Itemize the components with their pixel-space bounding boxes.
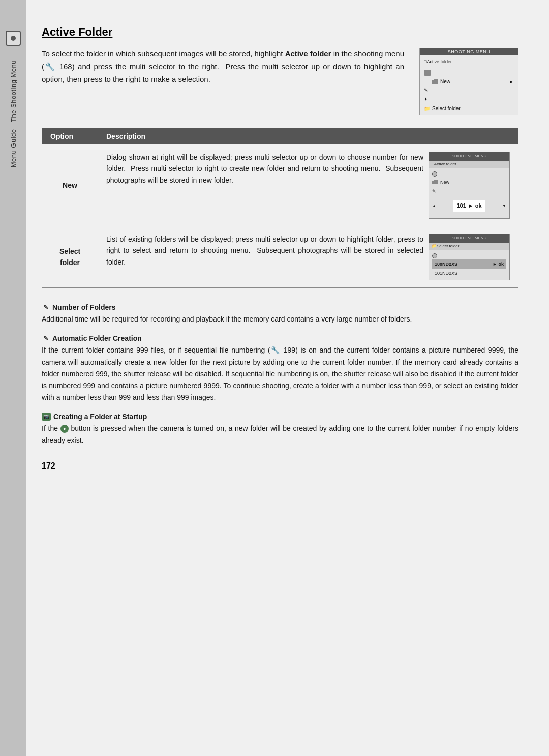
new-screen-ok-arrow: ► ok bbox=[468, 201, 482, 211]
select-row-content: List of existing folders will be display… bbox=[106, 234, 510, 280]
select-screen-folder1-arrow: ► ok bbox=[493, 260, 504, 268]
select-screen-folder2-name: 101ND2XS bbox=[435, 271, 458, 276]
new-description-text: Dialog shown at right will be displayed;… bbox=[106, 152, 423, 186]
table-desc-new: Dialog shown at right will be displayed;… bbox=[98, 144, 518, 226]
note-text-number-of-folders: Additional time will be required for rec… bbox=[42, 313, 518, 325]
sidebar-label: Menu Guide—The Shooting Menu bbox=[10, 60, 17, 167]
new-screen-cam-icon bbox=[432, 171, 437, 177]
note-text-creating-folder-startup: If the ● button is pressed when the came… bbox=[42, 423, 518, 446]
select-inline-screen: SHOOTING MENU 📁Select folder 100ND2XS ► … bbox=[429, 234, 510, 280]
table-option-new: New bbox=[42, 144, 98, 226]
new-screen-folder-icon bbox=[432, 180, 438, 184]
new-screen-arrow-up: ▲ bbox=[432, 203, 436, 210]
intro-section: To select the folder in which subsequent… bbox=[42, 48, 518, 115]
main-screen-header: SHOOTING MENU bbox=[420, 48, 518, 55]
note-text-automatic-folder-creation: If the current folder contains 999 files… bbox=[42, 344, 518, 403]
sidebar-icon-dot bbox=[11, 36, 16, 41]
main-screen-body: □Active folder New ► ✎ ✦ 📁 bbox=[420, 55, 518, 115]
select-screen-body: 100ND2XS ► ok 101ND2XS bbox=[429, 250, 509, 280]
new-screen-number: 101 bbox=[456, 201, 466, 211]
note-creating-folder-startup: 📷 Creating a Folder at Startup If the ● … bbox=[42, 413, 518, 446]
screen-row-active-folder: □Active folder bbox=[424, 57, 514, 66]
new-screen-body: New ✎ ▲ 101 bbox=[429, 168, 509, 218]
new-screen-up-arrow: ▲ bbox=[432, 203, 436, 210]
select-screen-folder1-row: 100ND2XS ► ok bbox=[432, 259, 506, 269]
new-screen-folder-label: New bbox=[440, 179, 449, 186]
screen-row-pencil: ✎ bbox=[424, 86, 514, 95]
options-table: Option Description New Dialog shown at r… bbox=[42, 128, 518, 288]
new-screen-arrow-dn: ▼ bbox=[502, 203, 506, 210]
main-content: Active Folder To select the folder in wh… bbox=[26, 0, 549, 756]
screen-row-camera bbox=[424, 68, 514, 77]
green-button-icon: ● bbox=[60, 425, 69, 433]
page-number: 172 bbox=[42, 461, 518, 471]
select-screen-folder2-row: 101ND2XS bbox=[432, 269, 506, 278]
screen-pencil-icon: ✎ bbox=[424, 88, 430, 94]
table-row-new: New Dialog shown at right will be displa… bbox=[42, 144, 518, 226]
intro-text: To select the folder in which subsequent… bbox=[42, 48, 404, 115]
table-row-select-folder: Selectfolder List of existing folders wi… bbox=[42, 226, 518, 287]
screen-custom-icon: ✦ bbox=[424, 97, 430, 103]
new-screen-row-pencil: ✎ bbox=[432, 187, 506, 196]
new-row-content: Dialog shown at right will be displayed;… bbox=[106, 152, 510, 219]
screen-new-arrow: ► bbox=[509, 79, 514, 84]
table-option-select-folder: Selectfolder bbox=[42, 226, 98, 287]
notes-section: ✎ Number of Folders Additional time will… bbox=[42, 303, 518, 446]
screen-select-folder-label: Select folder bbox=[432, 106, 461, 111]
pencil-icon-1: ✎ bbox=[42, 303, 50, 311]
new-screen-pencil: ✎ bbox=[432, 188, 436, 195]
note-title-automatic-folder-creation: ✎ Automatic Folder Creation bbox=[42, 334, 518, 342]
screen-new-label: New bbox=[440, 79, 450, 84]
select-screen-sub1: 📁Select folder bbox=[429, 243, 509, 250]
table-header-description: Description bbox=[98, 128, 518, 145]
main-screenshot: SHOOTING MENU □Active folder New ► ✎ bbox=[419, 48, 518, 115]
note-number-of-folders: ✎ Number of Folders Additional time will… bbox=[42, 303, 518, 325]
new-screen-sub1: □Active folder bbox=[429, 161, 509, 168]
note-title-label-3: Creating a Folder at Startup bbox=[53, 413, 147, 421]
screen-select-icon: 📁 bbox=[424, 106, 430, 111]
screen-row-new: New ► bbox=[424, 77, 514, 86]
note-automatic-folder-creation: ✎ Automatic Folder Creation If the curre… bbox=[42, 334, 518, 403]
select-description-text: List of existing folders will be display… bbox=[106, 234, 423, 268]
note-title-number-of-folders: ✎ Number of Folders bbox=[42, 303, 518, 311]
screen-row-select-folder: 📁 Select folder bbox=[424, 104, 514, 113]
page-title: Active Folder bbox=[42, 25, 518, 39]
screen-divider-1 bbox=[424, 67, 514, 67]
screen-active-folder-label: □Active folder bbox=[424, 59, 452, 64]
note-title-label-1: Number of Folders bbox=[52, 303, 115, 311]
new-screen-number-box: 101 ► ok bbox=[453, 200, 485, 212]
new-screen-row-cam bbox=[432, 170, 506, 178]
screen-row-custom: ✦ bbox=[424, 95, 514, 104]
select-screen-cam-icon bbox=[432, 253, 437, 258]
note-title-creating-folder-startup: 📷 Creating a Folder at Startup bbox=[42, 413, 518, 421]
select-screen-header: SHOOTING MENU bbox=[429, 234, 509, 243]
note-title-label-2: Automatic Folder Creation bbox=[52, 334, 142, 342]
new-screen-number-area: ▲ 101 ► ok ▼ bbox=[432, 196, 506, 216]
camera-green-icon: 📷 bbox=[42, 413, 51, 421]
new-screen-down-arrow: ▼ bbox=[502, 203, 506, 210]
screen-folder-icon bbox=[432, 79, 438, 84]
new-screen-header: SHOOTING MENU bbox=[429, 152, 509, 161]
table-header-option: Option bbox=[42, 128, 98, 145]
select-screen-row-cam bbox=[432, 252, 506, 259]
new-screen-row-folder: New bbox=[432, 178, 506, 187]
select-screen-folder1-name: 100ND2XS bbox=[435, 260, 458, 268]
sidebar-camera-icon bbox=[6, 31, 21, 46]
bold-active-folder: Active folder bbox=[285, 49, 331, 58]
new-inline-screen: SHOOTING MENU □Active folder New bbox=[429, 152, 510, 219]
sidebar: Menu Guide—The Shooting Menu bbox=[0, 0, 26, 756]
table-desc-select-folder: List of existing folders will be display… bbox=[98, 226, 518, 287]
pencil-icon-2: ✎ bbox=[42, 334, 50, 342]
